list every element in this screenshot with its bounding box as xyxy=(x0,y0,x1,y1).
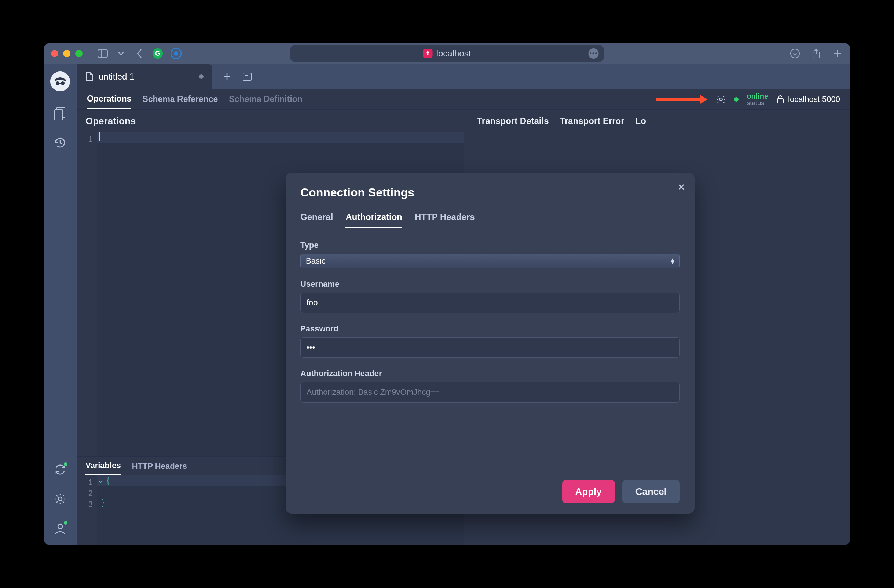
tab-transport-error[interactable]: Transport Error xyxy=(560,116,624,126)
editor-gutter: 1 xyxy=(77,132,97,457)
lock-open-icon xyxy=(776,95,784,104)
username-label: Username xyxy=(301,279,680,289)
tab-modified-dot[interactable] xyxy=(199,74,204,79)
zoom-window-dot[interactable] xyxy=(75,50,83,57)
avatar[interactable] xyxy=(50,71,70,91)
app-window: G localhost ••• xyxy=(44,43,850,545)
tab-operations[interactable]: Operations xyxy=(87,89,131,109)
line-number: 1 xyxy=(77,477,93,488)
document-tab-title: untitled 1 xyxy=(99,71,134,82)
documents-icon[interactable] xyxy=(53,106,68,121)
titlebar: G localhost ••• xyxy=(44,43,850,64)
tab-schema-definition[interactable]: Schema Definition xyxy=(229,89,302,109)
svg-rect-16 xyxy=(59,83,61,84)
brace-open: { xyxy=(107,475,109,485)
left-rail xyxy=(44,64,77,545)
tab-general[interactable]: General xyxy=(301,212,333,228)
line-number: 1 xyxy=(77,134,93,145)
sidebar-toggle-icon[interactable] xyxy=(97,48,108,59)
tab-http-headers[interactable]: HTTP Headers xyxy=(132,457,187,475)
svg-point-13 xyxy=(50,71,70,91)
tab-cutoff[interactable]: Lo xyxy=(636,116,646,126)
operations-title: Operations xyxy=(85,116,136,127)
svg-point-15 xyxy=(61,81,65,85)
sync-icon[interactable] xyxy=(53,462,68,477)
titlebar-right-tools xyxy=(790,48,843,59)
svg-rect-18 xyxy=(54,110,63,120)
svg-rect-30 xyxy=(778,99,783,103)
modal-tabs: General Authorization HTTP Headers xyxy=(301,212,680,228)
chevron-down-icon[interactable] xyxy=(116,48,127,59)
apply-button[interactable]: Apply xyxy=(562,480,615,503)
share-icon[interactable] xyxy=(811,48,822,59)
titlebar-left-tools: G xyxy=(97,48,181,59)
status-indicator-dot xyxy=(734,97,738,101)
history-icon[interactable] xyxy=(53,135,68,150)
document-tabstrip: untitled 1 xyxy=(77,64,850,89)
online-label: online xyxy=(747,92,768,100)
close-window-dot[interactable] xyxy=(51,50,58,57)
type-select[interactable]: Basic ▲▼ xyxy=(301,254,680,268)
svg-marker-28 xyxy=(700,95,708,104)
document-tab[interactable]: untitled 1 xyxy=(77,64,212,89)
settings-icon[interactable] xyxy=(53,492,68,506)
traffic-lights xyxy=(51,50,83,57)
svg-rect-25 xyxy=(243,73,251,80)
address-bar[interactable]: localhost ••• xyxy=(290,45,604,62)
tab-authorization[interactable]: Authorization xyxy=(346,212,402,228)
new-doc-icon[interactable] xyxy=(223,72,231,81)
status-right: online status localhost:5000 xyxy=(656,89,850,109)
svg-rect-0 xyxy=(98,50,107,57)
address-more-icon[interactable]: ••• xyxy=(589,48,599,59)
svg-line-20 xyxy=(60,143,62,144)
tab-transport-details[interactable]: Transport Details xyxy=(477,116,549,126)
username-input[interactable] xyxy=(301,292,680,313)
auth-form: Type Basic ▲▼ Username Password Authoriz… xyxy=(301,240,680,413)
tab-variables[interactable]: Variables xyxy=(85,457,121,475)
connection-settings-icon[interactable] xyxy=(716,94,726,104)
site-badge-icon xyxy=(423,49,433,58)
save-all-icon[interactable] xyxy=(242,72,252,81)
account-badge-dot xyxy=(63,520,68,525)
svg-point-6 xyxy=(427,51,429,54)
svg-point-22 xyxy=(58,524,62,529)
endpoint-display[interactable]: localhost:5000 xyxy=(776,95,840,104)
svg-point-5 xyxy=(174,51,178,56)
line-number: 3 xyxy=(77,499,93,510)
address-host: localhost xyxy=(436,48,471,59)
new-tab-icon[interactable] xyxy=(832,48,843,59)
tab-schema-reference[interactable]: Schema Reference xyxy=(142,89,218,109)
svg-rect-26 xyxy=(245,73,248,75)
vars-gutter: 1 2 3 xyxy=(77,475,97,545)
fold-chevron-icon[interactable]: ⌄ xyxy=(97,475,104,485)
auth-header-display xyxy=(301,382,680,403)
close-icon[interactable]: ✕ xyxy=(678,182,685,193)
main-area: untitled 1 Operations Schema Reference xyxy=(77,64,850,545)
extension-1p-icon[interactable] xyxy=(171,48,181,59)
auth-header-label: Authorization Header xyxy=(301,369,680,378)
svg-point-14 xyxy=(56,81,59,85)
back-icon[interactable] xyxy=(134,48,145,59)
brace-close: } xyxy=(101,498,104,507)
svg-point-21 xyxy=(58,497,62,501)
subbar: Operations Schema Reference Schema Defin… xyxy=(77,89,850,110)
modal-actions: Apply Cancel xyxy=(301,480,680,503)
cancel-button[interactable]: Cancel xyxy=(622,480,680,503)
modal-title: Connection Settings xyxy=(301,186,680,199)
tab-actions xyxy=(212,64,262,89)
account-icon[interactable] xyxy=(53,521,68,535)
connection-settings-modal: ✕ Connection Settings General Authorizat… xyxy=(285,173,695,514)
file-icon xyxy=(85,72,94,81)
app-content: untitled 1 Operations Schema Reference xyxy=(44,64,850,545)
callout-arrow-icon xyxy=(656,95,708,104)
minimize-window-dot[interactable] xyxy=(63,50,70,57)
operations-header: Operations xyxy=(77,110,464,132)
status-sublabel: status xyxy=(747,100,768,106)
downloads-icon[interactable] xyxy=(790,48,800,59)
extension-g-icon[interactable]: G xyxy=(152,48,163,59)
select-arrows-icon: ▲▼ xyxy=(670,258,675,264)
password-label: Password xyxy=(301,324,680,333)
password-input[interactable] xyxy=(301,337,680,358)
type-value: Basic xyxy=(306,256,326,266)
tab-http-headers-modal[interactable]: HTTP Headers xyxy=(415,212,475,228)
